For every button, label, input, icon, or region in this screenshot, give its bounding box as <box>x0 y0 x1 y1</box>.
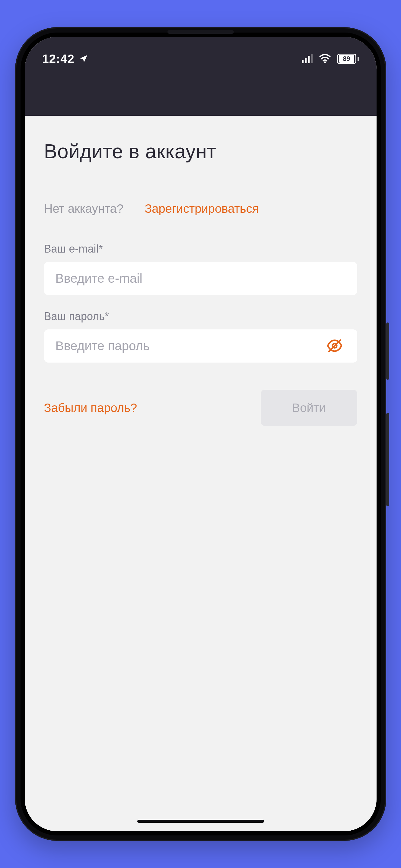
wifi-icon <box>319 53 331 65</box>
login-button[interactable]: Войти <box>261 390 357 426</box>
app-top-bar: 12:42 <box>25 37 377 116</box>
status-right: 89 <box>301 53 359 65</box>
svg-rect-2 <box>308 56 310 63</box>
status-left: 12:42 <box>42 52 88 66</box>
page-background: 12:42 <box>0 0 401 868</box>
password-field: Ваш пароль* <box>44 310 357 363</box>
status-bar: 12:42 <box>25 48 377 69</box>
login-screen: Войдите в аккаунт Нет аккаунта? Зарегист… <box>25 116 377 831</box>
phone-side-button-2 <box>386 413 389 506</box>
register-link[interactable]: Зарегистрироваться <box>145 202 259 216</box>
page-title: Войдите в аккаунт <box>44 140 357 163</box>
email-label: Ваш e-mail* <box>44 243 357 255</box>
password-input[interactable] <box>56 339 323 353</box>
location-arrow-icon <box>79 54 88 64</box>
email-input[interactable] <box>56 271 346 286</box>
forgot-password-link[interactable]: Забыли пароль? <box>44 401 137 415</box>
battery-percent: 89 <box>339 55 354 63</box>
signal-icon <box>301 53 313 65</box>
toggle-password-visibility-button[interactable] <box>323 335 346 358</box>
no-account-label: Нет аккаунта? <box>44 202 124 216</box>
login-actions-row: Забыли пароль? Войти <box>44 390 357 426</box>
phone-frame: 12:42 <box>15 27 386 841</box>
password-label: Ваш пароль* <box>44 310 357 323</box>
svg-rect-1 <box>305 58 307 63</box>
home-indicator[interactable] <box>137 820 264 823</box>
email-field: Ваш e-mail* <box>44 243 357 295</box>
status-time: 12:42 <box>42 52 75 66</box>
phone-bezel: 12:42 <box>21 33 381 835</box>
phone-screen: 12:42 <box>25 37 377 831</box>
password-input-box[interactable] <box>44 330 357 363</box>
svg-rect-0 <box>302 60 304 63</box>
phone-side-button-1 <box>386 322 389 380</box>
email-input-box[interactable] <box>44 262 357 295</box>
battery-indicator: 89 <box>337 54 359 64</box>
eye-off-icon <box>326 338 343 355</box>
register-row: Нет аккаунта? Зарегистрироваться <box>44 202 357 216</box>
phone-speaker-slit <box>168 30 234 34</box>
svg-point-4 <box>324 61 326 63</box>
svg-rect-3 <box>311 54 313 63</box>
